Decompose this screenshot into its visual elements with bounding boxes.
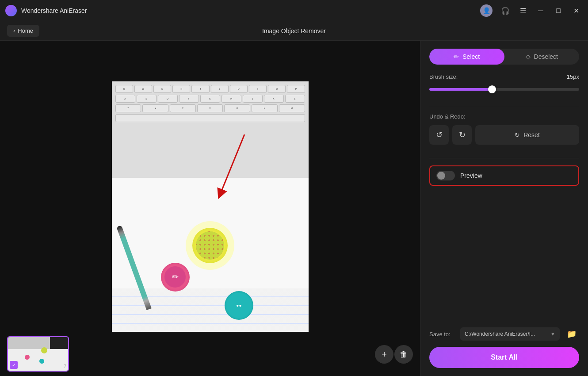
thumb-dot2 bbox=[25, 355, 30, 360]
reset-button[interactable]: ↻ Reset bbox=[475, 125, 579, 145]
start-all-button[interactable]: Start All bbox=[429, 347, 579, 368]
dropdown-chevron-icon: ▼ bbox=[550, 331, 555, 337]
undo-redo-row: ↺ ↻ ↻ Reset bbox=[429, 125, 579, 145]
thumbnail-number: 7 bbox=[64, 364, 66, 369]
eraser-icon: ◇ bbox=[526, 53, 531, 60]
window-controls: 👤 🎧 ☰ ─ □ ✕ bbox=[480, 4, 581, 17]
canvas-area[interactable]: Q W E R T Y U I O P A S D F G H bbox=[0, 41, 420, 376]
key: F bbox=[179, 95, 199, 103]
home-button[interactable]: ‹ Home bbox=[7, 25, 39, 37]
key: L bbox=[285, 95, 305, 103]
save-to-label: Save to: bbox=[429, 331, 456, 338]
key: A bbox=[115, 95, 135, 103]
reset-icon: ↻ bbox=[515, 131, 520, 138]
key: S bbox=[137, 95, 157, 103]
save-path-text: C:/Wondershare AniEraser/I... bbox=[465, 331, 535, 337]
maximize-button[interactable]: □ bbox=[554, 6, 563, 15]
bottom-strip: ✓ 7 + 🗑 bbox=[0, 332, 420, 376]
key: N bbox=[252, 104, 278, 112]
key: Y bbox=[211, 85, 229, 93]
brush-size-slider[interactable] bbox=[429, 88, 579, 91]
app-logo bbox=[5, 5, 17, 16]
brush-slider-container bbox=[429, 84, 579, 92]
image-canvas[interactable]: Q W E R T Y U I O P A S D F G H bbox=[112, 81, 309, 336]
headset-icon[interactable]: 🎧 bbox=[500, 6, 510, 15]
delete-image-button[interactable]: 🗑 bbox=[394, 345, 413, 364]
page-title: Image Object Remover bbox=[262, 27, 326, 35]
brush-size-section: Brush size: 15px bbox=[429, 73, 579, 80]
toolbar: ‹ Home Image Object Remover bbox=[0, 21, 588, 41]
image-lower: ✏ ●● bbox=[112, 178, 309, 336]
yellow-dots-pattern bbox=[196, 231, 224, 260]
redo-button[interactable]: ↻ bbox=[452, 125, 472, 145]
key: B bbox=[224, 104, 250, 112]
key: K bbox=[264, 95, 284, 103]
key-space bbox=[115, 114, 305, 122]
deselect-label: Deselect bbox=[534, 53, 558, 60]
menu-icon[interactable]: ☰ bbox=[518, 6, 528, 15]
pink-circle-item: ✏ bbox=[161, 263, 190, 292]
divider-2 bbox=[429, 158, 579, 158]
select-label: Select bbox=[462, 53, 480, 60]
key: V bbox=[197, 104, 223, 112]
toggle-knob bbox=[437, 172, 445, 180]
keyboard-zone: Q W E R T Y U I O P A S D F G H bbox=[112, 81, 309, 183]
brush-size-label: Brush size: bbox=[429, 73, 458, 80]
key: G bbox=[200, 95, 220, 103]
titlebar: Wondershare AniEraser 👤 🎧 ☰ ─ □ ✕ bbox=[0, 0, 588, 21]
key: E bbox=[153, 85, 171, 93]
undo-button[interactable]: ↺ bbox=[429, 125, 449, 145]
key: M bbox=[279, 104, 305, 112]
key: W bbox=[134, 85, 152, 93]
key: X bbox=[142, 104, 168, 112]
thumbnail-item[interactable]: ✓ 7 bbox=[7, 336, 69, 372]
deselect-mode-button[interactable]: ◇ Deselect bbox=[504, 49, 580, 65]
preview-toggle[interactable] bbox=[436, 171, 455, 180]
key: T bbox=[191, 85, 209, 93]
thumbnail-check: ✓ bbox=[10, 361, 18, 369]
undo-redo-label: Undo & Redo: bbox=[429, 113, 579, 120]
reset-label: Reset bbox=[523, 131, 540, 138]
key: J bbox=[243, 95, 263, 103]
minimize-button[interactable]: ─ bbox=[536, 6, 546, 15]
pink-inner: ✏ bbox=[164, 266, 186, 288]
save-row: Save to: C:/Wondershare AniEraser/I... ▼… bbox=[429, 326, 579, 341]
save-section: Save to: C:/Wondershare AniEraser/I... ▼… bbox=[429, 326, 579, 368]
key: Z bbox=[115, 104, 141, 112]
save-path-selector[interactable]: C:/Wondershare AniEraser/I... ▼ bbox=[460, 327, 560, 341]
folder-icon: 📁 bbox=[567, 329, 577, 339]
user-avatar[interactable]: 👤 bbox=[480, 4, 493, 17]
brush-size-value: 15px bbox=[567, 73, 579, 80]
key: Q bbox=[115, 85, 133, 93]
key: O bbox=[268, 85, 286, 93]
teal-circle-dots: ●● bbox=[236, 303, 241, 308]
right-panel: ✏ Select ◇ Deselect Brush size: 15px Und… bbox=[420, 41, 588, 376]
yellow-inner bbox=[196, 231, 224, 260]
key: C bbox=[170, 104, 196, 112]
key: D bbox=[158, 95, 178, 103]
key: H bbox=[221, 95, 241, 103]
home-label: Home bbox=[18, 27, 33, 34]
key: I bbox=[249, 85, 267, 93]
key: U bbox=[230, 85, 248, 93]
thumb-dot1 bbox=[41, 347, 47, 353]
preview-label: Preview bbox=[460, 172, 482, 179]
teal-circle-item: ●● bbox=[225, 291, 253, 320]
mode-toggle: ✏ Select ◇ Deselect bbox=[429, 49, 579, 65]
key: R bbox=[172, 85, 190, 93]
select-mode-button[interactable]: ✏ Select bbox=[429, 49, 504, 65]
thumb-dot3 bbox=[39, 359, 44, 364]
add-image-button[interactable]: + bbox=[375, 345, 393, 364]
chevron-left-icon: ‹ bbox=[13, 27, 15, 34]
yellow-circle-item bbox=[192, 228, 228, 263]
brush-icon: ✏ bbox=[454, 53, 459, 60]
divider-1 bbox=[429, 106, 579, 106]
close-button[interactable]: ✕ bbox=[571, 6, 581, 15]
preview-section: Preview bbox=[429, 165, 579, 186]
app-title: Wondershare AniEraser bbox=[21, 7, 87, 14]
main-layout: Q W E R T Y U I O P A S D F G H bbox=[0, 41, 588, 376]
browse-folder-button[interactable]: 📁 bbox=[564, 326, 579, 341]
key: P bbox=[287, 85, 305, 93]
